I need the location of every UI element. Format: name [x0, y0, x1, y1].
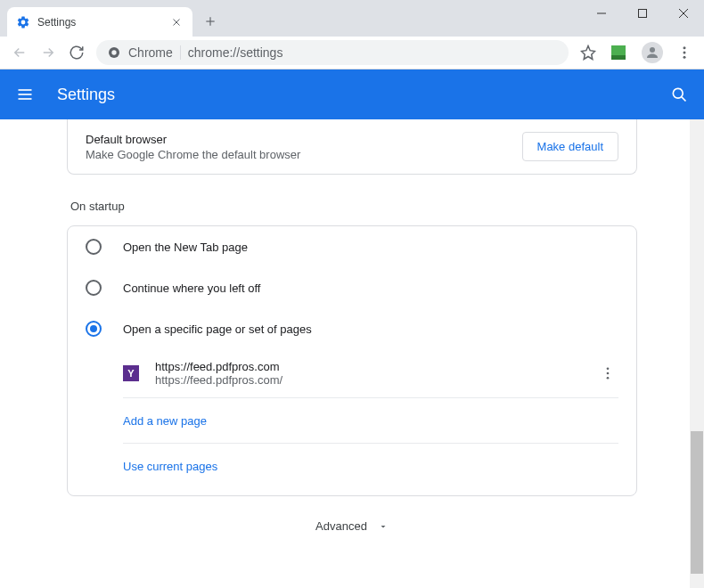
default-browser-title: Default browser [86, 133, 522, 146]
scrollbar-thumb[interactable] [691, 431, 703, 574]
window-titlebar: Settings [0, 0, 704, 37]
window-controls [581, 0, 704, 27]
page-favicon: Y [123, 365, 139, 381]
advanced-section: Advanced [67, 496, 637, 555]
startup-pages-block: Y https://feed.pdfpros.com https://feed.… [68, 349, 636, 495]
svg-point-12 [650, 47, 655, 53]
page-title: Settings [57, 86, 668, 104]
browser-tab[interactable]: Settings [7, 7, 192, 37]
startup-page-url: https://feed.pdfpros.com/ [155, 373, 597, 387]
chevron-down-icon [378, 521, 389, 532]
gear-icon [16, 15, 30, 29]
svg-point-23 [607, 377, 610, 380]
default-browser-subtitle: Make Google Chrome the default browser [86, 148, 522, 161]
new-tab-button[interactable] [198, 9, 223, 34]
svg-point-22 [607, 372, 610, 375]
hamburger-icon[interactable] [14, 84, 36, 105]
add-new-page-row: Add a new page [123, 398, 618, 444]
profile-avatar[interactable] [642, 42, 663, 63]
tab-title: Settings [37, 16, 169, 29]
settings-content: Default browser Make Google Chrome the d… [0, 119, 704, 588]
default-browser-card: Default browser Make Google Chrome the d… [67, 119, 637, 175]
radio-label: Open a specific page or set of pages [123, 323, 312, 336]
add-new-page-link[interactable]: Add a new page [123, 414, 207, 428]
svg-rect-10 [611, 45, 626, 55]
page-kebab-menu[interactable] [597, 363, 618, 384]
omnibox-url: chrome://settings [188, 45, 283, 60]
radio-label: Open the New Tab page [123, 241, 248, 254]
kebab-menu-icon[interactable] [672, 40, 697, 65]
back-button[interactable] [7, 40, 32, 65]
on-startup-heading: On startup [70, 200, 637, 213]
use-current-pages-link[interactable]: Use current pages [123, 460, 217, 473]
advanced-toggle[interactable]: Advanced [315, 519, 389, 533]
scrollbar-track[interactable] [690, 119, 704, 588]
address-bar: Chrome chrome://settings [0, 37, 704, 69]
reload-button[interactable] [64, 40, 89, 65]
radio-icon [86, 321, 102, 337]
svg-line-20 [682, 97, 686, 102]
svg-point-13 [684, 46, 686, 49]
svg-point-21 [607, 367, 610, 370]
svg-point-15 [684, 56, 686, 59]
advanced-label: Advanced [315, 519, 367, 533]
omnibox[interactable]: Chrome chrome://settings [96, 40, 569, 65]
svg-rect-5 [639, 10, 647, 18]
radio-icon [86, 280, 102, 296]
radio-specific-pages[interactable]: Open a specific page or set of pages [68, 308, 636, 349]
radio-continue[interactable]: Continue where you left off [68, 267, 636, 308]
close-icon[interactable] [169, 15, 184, 29]
maximize-button[interactable] [622, 0, 663, 27]
svg-point-19 [673, 88, 683, 98]
startup-page-title: https://feed.pdfpros.com [155, 360, 597, 373]
radio-new-tab[interactable]: Open the New Tab page [68, 226, 636, 267]
use-current-pages-row: Use current pages [123, 444, 618, 488]
extension-icon[interactable] [610, 44, 627, 61]
close-window-button[interactable] [663, 0, 704, 27]
omnibox-chip: Chrome [128, 45, 181, 60]
radio-label: Continue where you left off [123, 282, 260, 295]
search-icon[interactable] [668, 84, 690, 105]
startup-card: Open the New Tab page Continue where you… [67, 225, 637, 496]
bookmark-star-icon[interactable] [576, 40, 601, 65]
svg-point-9 [111, 50, 116, 54]
radio-icon [86, 239, 102, 255]
chrome-icon [107, 45, 121, 60]
svg-point-14 [684, 52, 686, 54]
settings-appbar: Settings [0, 69, 704, 119]
make-default-button[interactable]: Make default [522, 132, 618, 161]
forward-button[interactable] [36, 40, 61, 65]
svg-rect-11 [611, 55, 626, 60]
minimize-button[interactable] [581, 0, 622, 27]
startup-page-row: Y https://feed.pdfpros.com https://feed.… [123, 349, 618, 398]
